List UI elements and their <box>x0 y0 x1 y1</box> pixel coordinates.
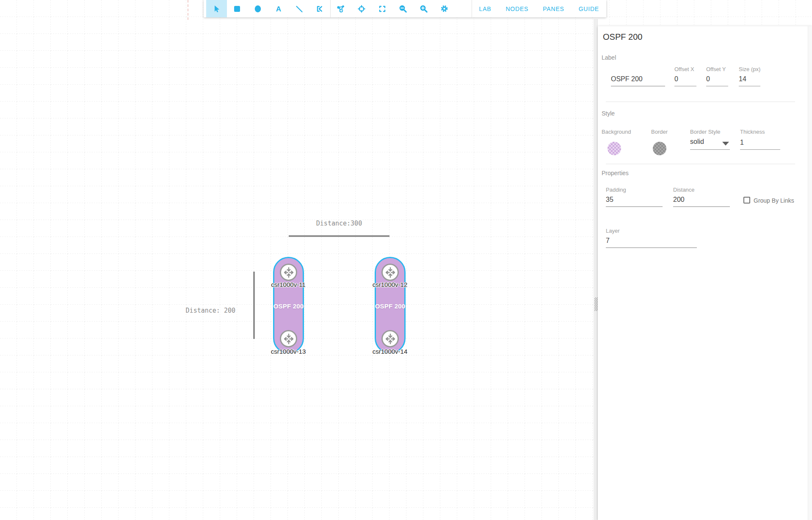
ellipse-tool-button[interactable] <box>248 0 268 17</box>
text-icon: A <box>274 5 283 13</box>
zoom-out-icon <box>398 4 407 13</box>
layer-input[interactable] <box>606 236 697 248</box>
menu-panes[interactable]: PANES <box>536 0 571 17</box>
distance-annotation-vertical[interactable]: Distance: 200 <box>182 307 235 314</box>
zoom-in-icon <box>419 4 428 13</box>
thickness-label: Thickness <box>740 129 765 135</box>
section-divider <box>606 164 795 164</box>
settings-tool-button[interactable] <box>434 0 455 17</box>
node-csr1000v-14[interactable] <box>381 330 399 347</box>
guide-marker <box>188 0 188 20</box>
distance-annotation-horizontal[interactable]: Distance:300 <box>289 220 389 227</box>
distance-line-horizontal[interactable] <box>289 235 389 237</box>
router-icon <box>384 332 397 346</box>
node-csr1000v-12[interactable] <box>381 264 399 281</box>
size-input[interactable] <box>739 74 760 86</box>
topology-icon <box>336 4 345 14</box>
select-tool-button[interactable] <box>206 0 227 17</box>
line-tool-button[interactable] <box>289 0 309 17</box>
group-by-links-checkbox[interactable] <box>743 197 750 204</box>
line-icon <box>295 5 304 13</box>
polygon-tool-button[interactable] <box>309 0 330 17</box>
padding-label: Padding <box>606 187 626 193</box>
group-label: OSPF 200 <box>273 303 304 310</box>
node-label: csr1000v-11 <box>259 281 318 288</box>
rectangle-tool-button[interactable] <box>227 0 248 17</box>
topology-editor: Distance:300 Distance: 200 OSPF 200 OSPF… <box>0 0 812 520</box>
fit-to-screen-tool-button[interactable] <box>372 0 392 17</box>
group-label: OSPF 200 <box>375 303 406 310</box>
border-color-swatch[interactable] <box>653 142 666 155</box>
distance-label: Distance <box>673 187 695 193</box>
label-section-heading: Label <box>602 54 616 61</box>
node-label: csr1000v-12 <box>360 281 420 288</box>
add-node-tool-button[interactable] <box>331 0 351 17</box>
locate-tool-button[interactable] <box>351 0 372 17</box>
thickness-input[interactable] <box>740 138 780 150</box>
offset-y-input[interactable] <box>706 74 728 86</box>
distance-input[interactable] <box>673 195 730 207</box>
group-by-links-label: Group By Links <box>754 197 794 204</box>
background-label: Background <box>602 129 631 135</box>
distance-line-vertical[interactable] <box>253 272 255 339</box>
menu-lab[interactable]: LAB <box>472 0 499 17</box>
panel-scrollbar-track[interactable] <box>808 26 812 520</box>
crosshair-icon <box>357 5 366 13</box>
size-label: Size (px) <box>739 66 760 72</box>
router-icon <box>282 332 296 346</box>
border-style-label: Border Style <box>690 129 721 135</box>
zoom-in-tool-button[interactable] <box>413 0 434 17</box>
background-color-swatch[interactable] <box>608 142 621 155</box>
cursor-icon <box>212 5 221 13</box>
padding-input[interactable] <box>606 195 663 207</box>
node-csr1000v-11[interactable] <box>280 264 297 281</box>
router-icon <box>282 266 296 279</box>
node-label: csr1000v-13 <box>259 348 318 355</box>
panel-resize-strip[interactable] <box>594 19 598 520</box>
fullscreen-icon <box>378 5 387 13</box>
border-style-value: solid <box>690 138 704 145</box>
gear-icon <box>440 4 449 13</box>
offset-y-label: Offset Y <box>706 66 726 72</box>
menu-nodes[interactable]: NODES <box>498 0 536 17</box>
offset-x-label: Offset X <box>674 66 694 72</box>
properties-panel: OSPF 200 Label Offset X Offset Y Size (p… <box>598 26 812 520</box>
style-section-heading: Style <box>602 110 615 117</box>
polygon-icon <box>315 5 324 13</box>
label-name-input[interactable] <box>611 74 665 86</box>
node-label: csr1000v-14 <box>360 348 420 355</box>
toolbar: A <box>204 0 606 17</box>
border-label: Border <box>651 129 668 135</box>
chevron-down-icon <box>722 142 729 146</box>
menu-guide[interactable]: GUIDE <box>572 0 606 17</box>
text-tool-button[interactable]: A <box>268 0 289 17</box>
properties-section-heading: Properties <box>602 170 629 176</box>
panel-title: OSPF 200 <box>603 32 642 42</box>
border-style-select[interactable]: solid <box>690 138 730 150</box>
svg-text:A: A <box>276 5 281 13</box>
node-csr1000v-13[interactable] <box>280 330 297 347</box>
zoom-out-tool-button[interactable] <box>392 0 413 17</box>
router-icon <box>384 266 397 279</box>
ellipse-icon <box>254 5 262 13</box>
section-divider <box>606 102 795 102</box>
offset-x-input[interactable] <box>674 74 696 86</box>
layer-label: Layer <box>606 228 620 234</box>
rectangle-icon <box>233 5 241 13</box>
